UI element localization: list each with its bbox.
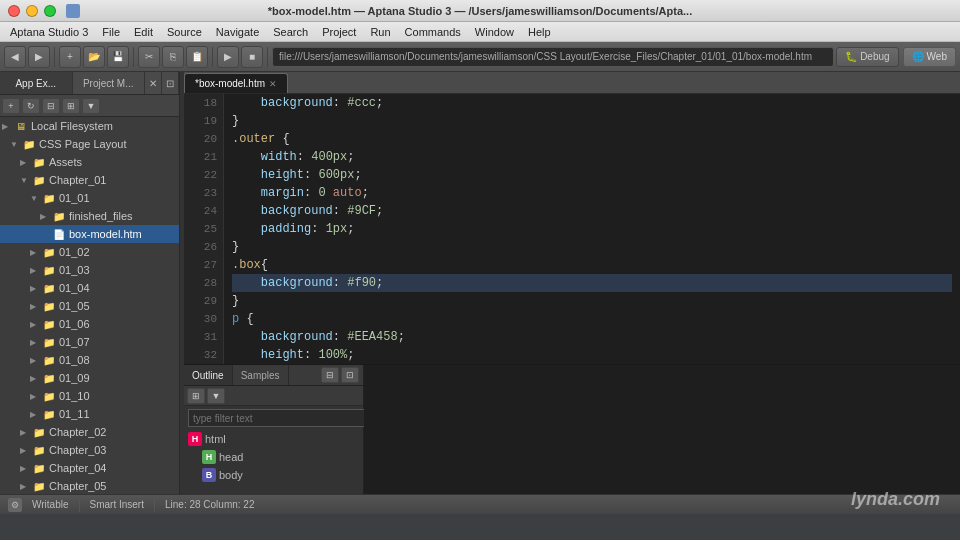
tree-01-05[interactable]: ▶ 📁 01_05 xyxy=(0,297,179,315)
toggle-0103: ▶ xyxy=(30,266,42,275)
tree-chapter03[interactable]: ▶ 📁 Chapter_03 xyxy=(0,441,179,459)
save-button[interactable]: 💾 xyxy=(107,46,129,68)
0105-folder-icon: 📁 xyxy=(42,299,56,313)
menu-file[interactable]: File xyxy=(96,25,126,39)
address-bar[interactable]: file:///Users/jameswilliamson/Documents/… xyxy=(272,47,834,67)
menu-source[interactable]: Source xyxy=(161,25,208,39)
code-token: { xyxy=(261,256,268,274)
sidebar-collapse-btn[interactable]: ⊟ xyxy=(42,98,60,114)
code-token: 100% xyxy=(318,346,347,364)
tree-label-ch4: Chapter_04 xyxy=(49,462,107,474)
tree-label-0107: 01_07 xyxy=(59,336,90,348)
tab-close-icon[interactable]: ✕ xyxy=(269,79,277,89)
tree-01-03[interactable]: ▶ 📁 01_03 xyxy=(0,261,179,279)
tab-app-explorer[interactable]: App Ex... xyxy=(0,72,73,94)
stop-button[interactable]: ■ xyxy=(241,46,263,68)
web-icon: 🌐 xyxy=(912,51,924,62)
open-button[interactable]: 📂 xyxy=(83,46,105,68)
tree-01-10[interactable]: ▶ 📁 01_10 xyxy=(0,387,179,405)
sidebar-filter-btn[interactable]: ▼ xyxy=(82,98,100,114)
line-number: 28 xyxy=(184,274,217,292)
menu-commands[interactable]: Commands xyxy=(399,25,467,39)
minimize-button[interactable] xyxy=(26,5,38,17)
outline-label-body: body xyxy=(219,469,243,481)
menu-help[interactable]: Help xyxy=(522,25,557,39)
menu-search[interactable]: Search xyxy=(267,25,314,39)
tree-01-07[interactable]: ▶ 📁 01_07 xyxy=(0,333,179,351)
code-token: 600px xyxy=(318,166,354,184)
outline-item-html[interactable]: H html xyxy=(184,430,363,448)
code-token xyxy=(232,184,261,202)
filter-input[interactable] xyxy=(188,409,367,427)
outline-tool-1[interactable]: ⊞ xyxy=(187,388,205,404)
menu-project[interactable]: Project xyxy=(316,25,362,39)
finished-folder-icon: 📁 xyxy=(52,209,66,223)
outline-min-btn[interactable]: ⊟ xyxy=(321,367,339,383)
0109-folder-icon: 📁 xyxy=(42,371,56,385)
tab-samples[interactable]: Samples xyxy=(233,365,289,385)
copy-button[interactable]: ⎘ xyxy=(162,46,184,68)
tree-label-boxmodel: box-model.htm xyxy=(69,228,142,240)
ch1-folder-icon: 📁 xyxy=(32,173,46,187)
line-number: 25 xyxy=(184,220,217,238)
cut-button[interactable]: ✂ xyxy=(138,46,160,68)
menu-aptana[interactable]: Aptana Studio 3 xyxy=(4,25,94,39)
debug-button[interactable]: 🐛 Debug xyxy=(836,47,898,67)
code-token xyxy=(232,328,261,346)
tree-01-08[interactable]: ▶ 📁 01_08 xyxy=(0,351,179,369)
tab-collapse[interactable]: ✕ xyxy=(145,72,162,94)
menu-window[interactable]: Window xyxy=(469,25,520,39)
web-button[interactable]: 🌐 Web xyxy=(903,47,956,67)
maximize-button[interactable] xyxy=(44,5,56,17)
sidebar-new-btn[interactable]: + xyxy=(2,98,20,114)
tree-chapter01[interactable]: ▼ 📁 Chapter_01 xyxy=(0,171,179,189)
outline-tool-2[interactable]: ▼ xyxy=(207,388,225,404)
tree-assets[interactable]: ▶ 📁 Assets xyxy=(0,153,179,171)
outline-item-body[interactable]: B body xyxy=(184,466,363,484)
editor-tab-boxmodel[interactable]: *box-model.htm ✕ xyxy=(184,73,288,93)
tree-chapter04[interactable]: ▶ 📁 Chapter_04 xyxy=(0,459,179,477)
tree-01-02[interactable]: ▶ 📁 01_02 xyxy=(0,243,179,261)
code-editor[interactable]: 1819202122232425262728293031323334353637… xyxy=(184,94,960,364)
toggle-0111: ▶ xyxy=(30,410,42,419)
code-content[interactable]: background: #ccc;}.outer { width: 400px;… xyxy=(224,94,960,364)
menu-navigate[interactable]: Navigate xyxy=(210,25,265,39)
sidebar-refresh-btn[interactable]: ↻ xyxy=(22,98,40,114)
paste-button[interactable]: 📋 xyxy=(186,46,208,68)
tab-project-manager[interactable]: Project M... xyxy=(73,72,146,94)
menu-run[interactable]: Run xyxy=(364,25,396,39)
sidebar-expand-btn[interactable]: ⊞ xyxy=(62,98,80,114)
line-number: 19 xyxy=(184,112,217,130)
close-button[interactable] xyxy=(8,5,20,17)
tab-outline[interactable]: Outline xyxy=(184,365,233,385)
tree-01-01[interactable]: ▼ 📁 01_01 xyxy=(0,189,179,207)
window-controls[interactable] xyxy=(8,5,56,17)
run-button[interactable]: ▶ xyxy=(217,46,239,68)
menu-edit[interactable]: Edit xyxy=(128,25,159,39)
line-number: 20 xyxy=(184,130,217,148)
outline-max-btn[interactable]: ⊡ xyxy=(341,367,359,383)
tree-01-09[interactable]: ▶ 📁 01_09 xyxy=(0,369,179,387)
tree-finished-files[interactable]: ▶ 📁 finished_files xyxy=(0,207,179,225)
new-button[interactable]: + xyxy=(59,46,81,68)
tree-css-page-layout[interactable]: ▼ 📁 CSS Page Layout xyxy=(0,135,179,153)
code-token: ; xyxy=(347,148,354,166)
code-token xyxy=(232,166,261,184)
outline-tabs: Outline Samples ⊟ ⊡ xyxy=(184,365,363,386)
tree-01-06[interactable]: ▶ 📁 01_06 xyxy=(0,315,179,333)
back-button[interactable]: ◀ xyxy=(4,46,26,68)
tree-01-04[interactable]: ▶ 📁 01_04 xyxy=(0,279,179,297)
code-token: p xyxy=(232,310,239,328)
code-line: background: #EEA458; xyxy=(232,328,952,346)
tree-label-root: Local Filesystem xyxy=(31,120,113,132)
tree-chapter02[interactable]: ▶ 📁 Chapter_02 xyxy=(0,423,179,441)
tree-box-model[interactable]: 📄 box-model.htm xyxy=(0,225,179,243)
tree-01-11[interactable]: ▶ 📁 01_11 xyxy=(0,405,179,423)
forward-button[interactable]: ▶ xyxy=(28,46,50,68)
tab-maximize[interactable]: ⊡ xyxy=(162,72,179,94)
outline-item-head[interactable]: H head xyxy=(184,448,363,466)
tree-chapter05[interactable]: ▶ 📁 Chapter_05 xyxy=(0,477,179,494)
tree-root[interactable]: ▶ 🖥 Local Filesystem xyxy=(0,117,179,135)
code-line: background: #f90; xyxy=(232,274,952,292)
ch2-folder-icon: 📁 xyxy=(32,425,46,439)
